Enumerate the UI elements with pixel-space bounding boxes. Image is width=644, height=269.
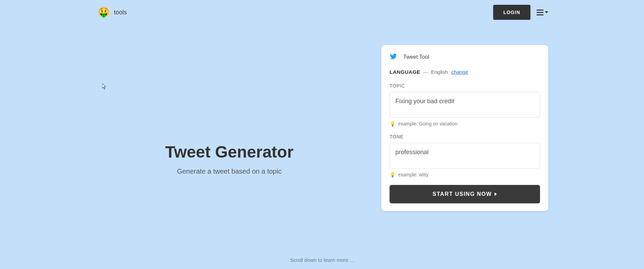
language-label: LANGUAGE [390, 69, 420, 75]
tone-label: TONE [390, 134, 540, 139]
cta-label: START USING NOW [433, 191, 492, 197]
lightbulb-icon: 💡 [390, 172, 395, 177]
chevron-down-icon [545, 11, 548, 13]
logo-link[interactable]: 🤑 tools [98, 8, 127, 17]
tone-hint: example: witty [398, 172, 429, 177]
language-row: LANGUAGE — English change [390, 69, 540, 75]
menu-toggle[interactable] [537, 10, 548, 15]
lightbulb-icon: 💡 [390, 121, 395, 126]
tools-label: tools [114, 9, 127, 16]
login-button[interactable]: LOGIN [493, 5, 530, 20]
page-subtitle: Generate a tweet based on a topic [177, 167, 282, 175]
twitter-icon [390, 53, 397, 62]
start-using-now-button[interactable]: START USING NOW [390, 185, 540, 203]
change-language-link[interactable]: change [451, 69, 468, 75]
topic-label: TOPIC [390, 83, 540, 89]
page-title: Tweet Generator [165, 143, 293, 161]
money-face-icon: 🤑 [98, 8, 110, 17]
scroll-hint: Scroll down to learn more ... [290, 257, 354, 263]
card-title: Tweet Tool [403, 54, 429, 60]
topic-hint: example: Going on vacation [398, 121, 458, 126]
tweet-tool-card: Tweet Tool LANGUAGE — English change TOP… [381, 45, 548, 211]
tone-input[interactable] [390, 143, 540, 169]
language-separator: — [423, 69, 430, 75]
hamburger-icon [537, 10, 543, 15]
topic-input[interactable] [390, 92, 540, 118]
language-value: English [431, 69, 448, 75]
chevron-right-icon [495, 192, 497, 196]
